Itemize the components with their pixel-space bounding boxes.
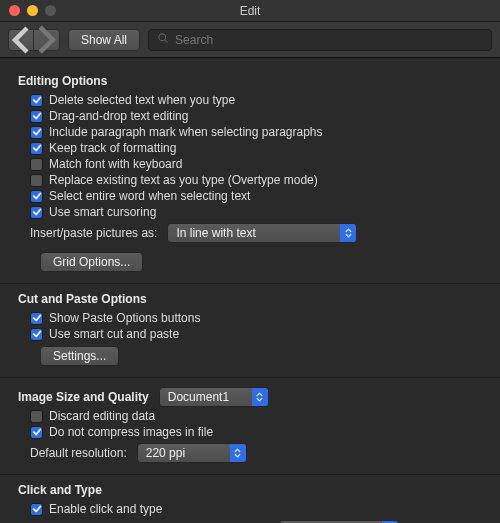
zoom-icon (45, 5, 56, 16)
editing-option-label: Include paragraph mark when selecting pa… (49, 125, 323, 139)
editing-option-row: Select entire word when selecting text (18, 188, 482, 204)
editing-option-row: Drag-and-drop text editing (18, 108, 482, 124)
search-input[interactable] (175, 33, 483, 47)
image-option-row: Discard editing data (18, 408, 482, 424)
search-icon (157, 32, 169, 47)
cutpaste-option-row: Show Paste Options buttons (18, 310, 482, 326)
window-title: Edit (0, 4, 500, 18)
clicktype-option-row: Enable click and type (18, 501, 482, 517)
editing-option-checkbox[interactable] (30, 94, 43, 107)
section-title: Click and Type (18, 483, 482, 497)
editing-option-checkbox[interactable] (30, 206, 43, 219)
editing-option-label: Match font with keyboard (49, 157, 182, 171)
forward-button[interactable] (34, 29, 60, 51)
clicktype-option-checkbox[interactable] (30, 503, 43, 516)
titlebar: Edit (0, 0, 500, 22)
cutpaste-option-checkbox[interactable] (30, 312, 43, 325)
chevron-updown-icon (230, 444, 246, 462)
section-title: Image Size and Quality (18, 390, 149, 404)
svg-line-1 (165, 40, 168, 43)
section-cut-paste: Cut and Paste Options Show Paste Options… (18, 292, 482, 369)
editing-option-row: Include paragraph mark when selecting pa… (18, 124, 482, 140)
editing-option-checkbox[interactable] (30, 190, 43, 203)
editing-option-label: Keep track of formatting (49, 141, 176, 155)
image-option-checkbox[interactable] (30, 410, 43, 423)
editing-option-label: Drag-and-drop text editing (49, 109, 188, 123)
cutpaste-option-label: Show Paste Options buttons (49, 311, 200, 325)
settings-button[interactable]: Settings... (40, 346, 119, 366)
nav-buttons (8, 29, 60, 51)
default-resolution-select[interactable]: 220 ppi (137, 443, 247, 463)
cutpaste-option-label: Use smart cut and paste (49, 327, 179, 341)
chevron-updown-icon (252, 388, 268, 406)
cutpaste-option-row: Use smart cut and paste (18, 326, 482, 342)
insert-pictures-label: Insert/paste pictures as: (30, 226, 157, 240)
editing-option-row: Use smart cursoring (18, 204, 482, 220)
editing-option-row: Delete selected text when you type (18, 92, 482, 108)
cutpaste-option-checkbox[interactable] (30, 328, 43, 341)
svg-point-0 (159, 34, 166, 41)
section-editing-options: Editing Options Delete selected text whe… (18, 74, 482, 275)
traffic-lights (0, 5, 56, 16)
content: Editing Options Delete selected text whe… (0, 58, 500, 523)
back-button[interactable] (8, 29, 34, 51)
divider (0, 377, 500, 378)
divider (0, 283, 500, 284)
clicktype-option-label: Enable click and type (49, 502, 162, 516)
editing-option-label: Replace existing text as you type (Overt… (49, 173, 318, 187)
minimize-icon[interactable] (27, 5, 38, 16)
editing-option-checkbox[interactable] (30, 126, 43, 139)
image-option-row: Do not compress images in file (18, 424, 482, 440)
default-resolution-label: Default resolution: (30, 446, 127, 460)
image-option-checkbox[interactable] (30, 426, 43, 439)
editing-option-label: Delete selected text when you type (49, 93, 235, 107)
image-option-label: Do not compress images in file (49, 425, 213, 439)
insert-pictures-select[interactable]: In line with text (167, 223, 357, 243)
close-icon[interactable] (9, 5, 20, 16)
editing-option-checkbox[interactable] (30, 174, 43, 187)
editing-option-checkbox[interactable] (30, 110, 43, 123)
editing-option-row: Match font with keyboard (18, 156, 482, 172)
section-click-and-type: Click and Type Enable click and type Def… (18, 483, 482, 523)
section-title: Cut and Paste Options (18, 292, 482, 306)
editing-option-row: Keep track of formatting (18, 140, 482, 156)
section-image-quality: Image Size and Quality Document1 Discard… (18, 386, 482, 466)
editing-option-checkbox[interactable] (30, 142, 43, 155)
document-select[interactable]: Document1 (159, 387, 269, 407)
editing-option-label: Select entire word when selecting text (49, 189, 250, 203)
search-field[interactable] (148, 29, 492, 51)
section-title: Editing Options (18, 74, 482, 88)
grid-options-button[interactable]: Grid Options... (40, 252, 143, 272)
editing-option-row: Replace existing text as you type (Overt… (18, 172, 482, 188)
toolbar: Show All (0, 22, 500, 58)
image-option-label: Discard editing data (49, 409, 155, 423)
chevron-updown-icon (340, 224, 356, 242)
show-all-button[interactable]: Show All (68, 29, 140, 51)
divider (0, 474, 500, 475)
editing-option-checkbox[interactable] (30, 158, 43, 171)
editing-option-label: Use smart cursoring (49, 205, 156, 219)
